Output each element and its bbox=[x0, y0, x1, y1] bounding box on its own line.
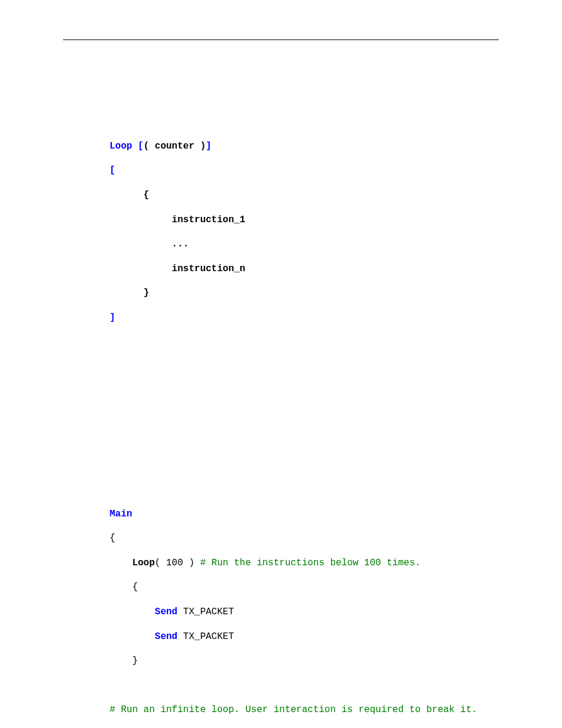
syntax-counter: counter bbox=[155, 141, 200, 151]
blank-line bbox=[110, 434, 522, 447]
syntax-line-1: Loop [( counter )] bbox=[110, 140, 522, 153]
comment-100: # Run the instructions below 100 times. bbox=[200, 558, 421, 568]
indent bbox=[110, 558, 132, 568]
syntax-line-8: ] bbox=[110, 312, 522, 324]
blank-line bbox=[110, 680, 522, 692]
syntax-line-2: [ bbox=[110, 164, 522, 177]
kw-send: Send bbox=[155, 607, 177, 617]
ex-brace: { bbox=[110, 581, 522, 594]
send-arg: TX_PACKET bbox=[177, 607, 234, 617]
ex-main: Main bbox=[110, 508, 522, 521]
blank-line bbox=[110, 459, 522, 472]
blank-line bbox=[110, 483, 522, 496]
code-block: Loop [( counter )] [ { instruction_1 ...… bbox=[110, 128, 522, 728]
blank-line bbox=[110, 386, 522, 398]
syntax-close-paren: ) bbox=[200, 141, 206, 151]
ex-send-1: Send TX_PACKET bbox=[110, 606, 522, 618]
kw-loop-open: Loop [ bbox=[110, 141, 144, 151]
syntax-line-4: instruction_1 bbox=[110, 214, 522, 226]
blank-line bbox=[110, 410, 522, 422]
send-arg: TX_PACKET bbox=[177, 631, 234, 642]
ex-brace-open: { bbox=[110, 532, 522, 545]
ex-loop-100: Loop( 100 ) # Run the instructions below… bbox=[110, 557, 522, 569]
blank-line bbox=[110, 361, 522, 373]
blank-line bbox=[110, 337, 522, 349]
syntax-line-6: instruction_n bbox=[110, 263, 522, 275]
ex-brace-close: } bbox=[110, 655, 522, 667]
ex-send-2: Send TX_PACKET bbox=[110, 631, 522, 643]
syntax-open-paren: ( bbox=[144, 141, 155, 151]
kw-send: Send bbox=[155, 631, 177, 642]
kw-loop: Loop bbox=[132, 558, 154, 568]
indent bbox=[110, 607, 155, 617]
header-rule bbox=[63, 39, 499, 40]
comment-infinite: # Run an infinite loop. User interaction… bbox=[110, 704, 522, 716]
syntax-line-7: } bbox=[110, 287, 522, 299]
loop-arg: ( 100 ) bbox=[155, 558, 200, 568]
syntax-close-bracket: ] bbox=[206, 141, 211, 151]
syntax-line-5: ... bbox=[110, 238, 522, 251]
indent bbox=[110, 631, 155, 642]
syntax-line-3: { bbox=[110, 189, 522, 202]
